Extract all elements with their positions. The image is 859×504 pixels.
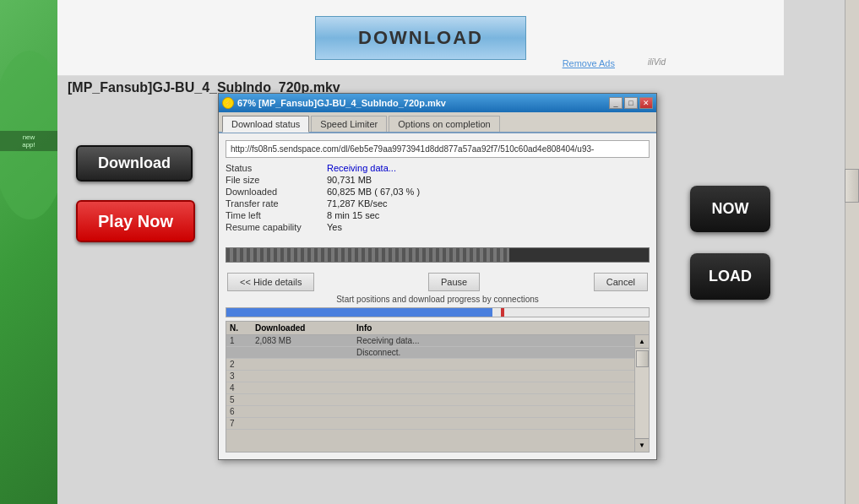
info-row-status: Status Receiving data... (226, 163, 650, 173)
col-scroll-spacer (631, 323, 645, 333)
downloaded-label: Downloaded (226, 187, 327, 197)
conn-row-1: 1 2,083 MB Receiving data... (226, 335, 634, 347)
minimize-button[interactable]: _ (609, 97, 623, 109)
transfer-label: Transfer rate (226, 198, 327, 209)
conn-scroll-up-button[interactable]: ▲ (635, 335, 649, 349)
filesize-label: File size (226, 175, 327, 185)
conn-row-1b: Disconnect. (226, 347, 634, 359)
conn-scrollbar: ▲ ▼ (634, 335, 649, 452)
conn-table-header: N. Downloaded Info (226, 322, 649, 335)
transfer-value: 71,287 KB/sec (327, 198, 388, 209)
col-header-n: N. (230, 323, 255, 333)
dialog-title: 67% [MP_Fansub]GJ-BU_4_SubIndo_720p.mkv (237, 98, 446, 108)
conn-rows: 1 2,083 MB Receiving data... Disconnect.… (226, 335, 634, 452)
scrollbar-track (845, 0, 859, 504)
pause-button[interactable]: Pause (428, 273, 480, 291)
tab-bar: Download status Speed Limiter Options on… (219, 112, 656, 133)
scrollbar-thumb[interactable] (845, 169, 859, 203)
app-icon: ⚡ (222, 97, 234, 109)
info-row-timeleft: Time left 8 min 15 sec (226, 210, 650, 220)
conn-scroll-down-button[interactable]: ▼ (635, 438, 649, 452)
conn-cell-info-1: Receiving data... (356, 336, 631, 345)
progress-container (226, 247, 650, 263)
status-value: Receiving data... (327, 163, 396, 173)
info-row-downloaded: Downloaded 60,825 MB ( 67,03 % ) (226, 187, 650, 197)
ad-download-button[interactable]: DOWNLOAD (315, 16, 526, 60)
resume-label: Resume capability (226, 222, 327, 232)
conn-row-2: 2 (226, 359, 634, 371)
title-bar-left: ⚡ 67% [MP_Fansub]GJ-BU_4_SubIndo_720p.mk… (222, 97, 446, 109)
status-label: Status (226, 163, 327, 173)
cancel-button[interactable]: Cancel (594, 273, 648, 291)
connection-progress (226, 307, 650, 317)
conn-table-body: 1 2,083 MB Receiving data... Disconnect.… (226, 335, 649, 452)
download-button[interactable]: Download (76, 145, 193, 182)
info-table: Status Receiving data... File size 90,73… (226, 163, 650, 234)
conn-row-4: 4 (226, 382, 634, 394)
right-button-now[interactable]: NOW (690, 186, 770, 232)
col-header-info: Info (356, 323, 631, 333)
right-button-load[interactable]: LOAD (690, 253, 770, 300)
col-header-downloaded: Downloaded (255, 323, 356, 333)
conn-row-3: 3 (226, 371, 634, 382)
connections-label: Start positions and download progress by… (226, 295, 650, 304)
filesize-value: 90,731 MB (327, 175, 372, 185)
restore-button[interactable]: □ (624, 97, 638, 109)
conn-scroll-thumb[interactable] (636, 350, 649, 367)
timeleft-label: Time left (226, 210, 327, 220)
dialog-content: http://fs08n5.sendspace.com/dl/6eb5e79aa… (219, 133, 656, 459)
android-badge: newapp! (0, 131, 57, 151)
sidebar-left: newapp! (0, 0, 57, 504)
tab-options-completion[interactable]: Options on completion (389, 116, 499, 132)
info-row-transfer: Transfer rate 71,287 KB/sec (226, 198, 650, 209)
info-row-filesize: File size 90,731 MB (226, 175, 650, 185)
top-ad: DOWNLOAD iliVid Remove Ads (57, 0, 784, 76)
ad-brand: iliVid (648, 57, 666, 67)
info-row-resume: Resume capability Yes (226, 222, 650, 232)
button-row: << Hide details Pause Cancel (226, 273, 650, 291)
close-button[interactable]: ✕ (639, 97, 653, 109)
title-bar-controls: _ □ ✕ (609, 97, 653, 109)
connection-table: N. Downloaded Info 1 2,083 MB Receiving … (226, 321, 650, 453)
timeleft-value: 8 min 15 sec (327, 210, 379, 220)
dialog-window: ⚡ 67% [MP_Fansub]GJ-BU_4_SubIndo_720p.mk… (218, 93, 657, 460)
conn-cell-dl-1: 2,083 MB (255, 336, 356, 345)
conn-bar-red (501, 308, 504, 317)
tab-download-status[interactable]: Download status (222, 116, 309, 133)
conn-row-7: 7 (226, 418, 634, 430)
play-now-button[interactable]: Play Now (76, 200, 195, 242)
title-bar: ⚡ 67% [MP_Fansub]GJ-BU_4_SubIndo_720p.mk… (219, 94, 656, 112)
progress-bar (226, 248, 509, 262)
conn-row-5: 5 (226, 394, 634, 406)
conn-row-6: 6 (226, 406, 634, 418)
tab-speed-limiter[interactable]: Speed Limiter (311, 116, 387, 132)
conn-cell-n-1: 1 (230, 336, 255, 345)
downloaded-value: 60,825 MB ( 67,03 % ) (327, 187, 420, 197)
conn-bar-blue (226, 308, 492, 317)
hide-details-button[interactable]: << Hide details (227, 273, 314, 291)
url-bar: http://fs08n5.sendspace.com/dl/6eb5e79aa… (226, 140, 650, 158)
remove-ads-link[interactable]: Remove Ads (563, 58, 615, 68)
resume-value: Yes (327, 222, 342, 232)
